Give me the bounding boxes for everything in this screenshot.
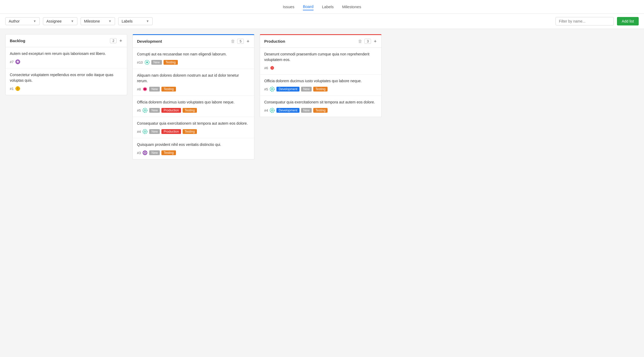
card-number: #8 [137,87,141,91]
card-title: Consectetur voluptatem repellendus eos e… [10,72,123,83]
card[interactable]: Deserunt commodi praesentium cumque quia… [260,48,381,75]
svg-point-38 [271,110,273,111]
column-count: 3 [364,39,371,44]
card-title: Quisquam provident nihil eos veritatis d… [137,142,250,147]
svg-point-30 [273,67,274,67]
card-title: Autem sed excepturi rem rerum quis labor… [10,51,123,56]
add-card-button[interactable]: + [246,39,250,44]
svg-point-34 [271,67,273,69]
filter-name-input[interactable] [555,17,614,25]
card-meta: #4 New Production Testing [137,129,250,134]
nav-board[interactable]: Board [303,3,314,10]
card[interactable]: Autem sed excepturi rem rerum quis labor… [6,47,127,68]
column-production: Production 🗑 3 + Deserunt commodi praese… [260,34,382,117]
svg-point-32 [271,67,272,67]
nav-issues[interactable]: Issues [283,3,294,10]
nav-milestones[interactable]: Milestones [342,3,361,10]
card-number: #4 [264,108,268,112]
author-filter[interactable]: Author ▼ [5,17,40,25]
svg-point-23 [145,152,147,154]
chevron-down-icon: ▼ [71,19,74,23]
column-title: Backlog [10,38,110,43]
card-meta: #10 New Testing [137,60,250,65]
chevron-down-icon: ▼ [33,19,36,23]
column-title: Development [137,39,231,43]
top-navigation: Issues Board Labels Milestones [0,0,644,14]
add-card-button[interactable]: + [373,39,377,44]
svg-point-31 [273,69,274,69]
label-badge: Testing [161,150,176,155]
card-meta: #3 New Testing [137,150,250,155]
label-badge: New [301,87,312,92]
nav-labels[interactable]: Labels [322,3,334,10]
chevron-down-icon: ▼ [108,19,112,23]
label-badge: New [151,60,162,65]
card[interactable]: Officia dolorem ducimus iusto voluptates… [260,75,381,96]
card-number: #1 [10,87,14,91]
card[interactable]: Consectetur voluptatem repellendus eos e… [6,68,127,95]
milestone-filter[interactable]: Milestone ▼ [81,17,115,25]
card-number: #5 [264,87,268,91]
board-area: Backlog 2 + Autem sed excepturi rem reru… [0,29,644,357]
svg-point-26 [272,66,273,67]
label-badge: Testing [313,108,328,113]
label-badge: New [149,87,160,92]
card[interactable]: Consequatur quia exercitationem sit temp… [133,117,254,138]
label-badge: New [149,129,160,134]
card-number: #3 [137,151,141,155]
column-header: Backlog 2 + [6,34,127,47]
column-count: 5 [237,39,244,44]
card-meta: #7 [10,59,123,64]
card-number: #4 [137,130,141,134]
svg-point-36 [271,88,273,90]
add-list-button[interactable]: Add list [617,17,639,25]
card[interactable]: Consequatur quia exercitationem sit temp… [260,96,381,117]
svg-point-33 [271,69,272,69]
filter-bar: Author ▼ Assignee ▼ Milestone ▼ Labels ▼… [0,14,644,29]
card-title: Aliquam nam dolores dolorem nostrum aut … [137,73,250,84]
svg-point-14 [144,88,146,90]
card[interactable]: Aliquam nam dolores dolorem nostrum aut … [133,69,254,96]
add-card-button[interactable]: + [119,38,123,43]
card-meta: #5 New Production Testing [137,108,250,113]
card-title: Officia dolorem ducimus iusto voluptates… [264,78,377,84]
svg-point-27 [274,68,274,68]
label-badge: Testing [161,87,176,92]
label-badge: New [149,108,160,113]
assignee-filter[interactable]: Assignee ▼ [43,17,77,25]
svg-point-28 [272,69,273,70]
card[interactable]: Officia dolorem ducimus iusto voluptates… [133,96,254,117]
label-badge: Testing [183,108,197,113]
card[interactable]: Quisquam provident nihil eos veritatis d… [133,138,254,159]
svg-point-6 [147,62,148,63]
card-meta: #4 Development New Testing [264,108,377,113]
delete-column-icon[interactable]: 🗑 [231,39,235,44]
svg-point-18 [144,131,146,132]
svg-point-15 [143,108,147,112]
label-badge: Testing [183,129,197,134]
label-badge: Testing [313,87,328,92]
card-number: #7 [10,60,14,64]
card-title: Corrupti aut ea recusandae non nam elige… [137,51,250,57]
label-badge: Testing [164,60,178,65]
label-badge: Development [276,108,299,113]
card-meta: #6 [264,65,377,71]
card-title: Consequatur quia exercitationem sit temp… [137,121,250,126]
label-badge: Production [161,129,181,134]
label-badge: New [301,108,312,113]
svg-point-16 [144,110,146,111]
svg-point-17 [143,129,147,134]
delete-column-icon[interactable]: 🗑 [358,39,362,44]
label-badge: Development [276,87,299,92]
svg-point-37 [270,108,274,112]
card-number: #10 [137,60,143,64]
column-header: Development 🗑 5 + [133,35,254,48]
card[interactable]: Corrupti aut ea recusandae non nam elige… [133,48,254,69]
svg-point-22 [143,152,145,154]
svg-point-29 [270,68,271,68]
labels-filter[interactable]: Labels ▼ [118,17,153,25]
column-header: Production 🗑 3 + [260,35,381,48]
column-count: 2 [110,38,117,43]
svg-point-3 [17,88,19,89]
card-meta: #5 Development New Testing [264,86,377,92]
